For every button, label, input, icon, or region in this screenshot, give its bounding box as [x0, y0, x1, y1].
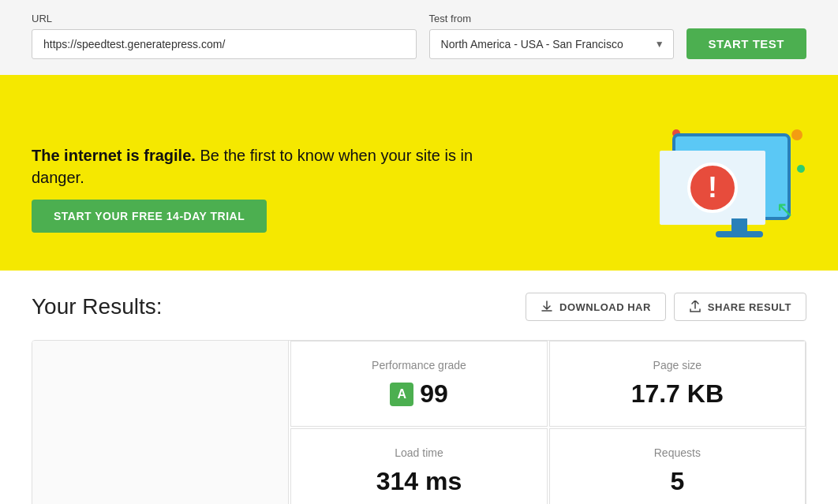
metric-value-performance: A 99	[390, 379, 448, 409]
test-from-label: Test from	[429, 13, 674, 24]
monitor-illustration: ! ↖	[649, 125, 806, 252]
trial-button[interactable]: START YOUR FREE 14-DAY TRIAL	[32, 200, 267, 233]
metric-value-requests: 5	[670, 467, 684, 496]
location-select[interactable]: North America - USA - San FranciscoNorth…	[429, 29, 674, 59]
results-section: Your Results: DOWNLOAD HAR SHARE RESULT …	[0, 271, 838, 504]
download-har-button[interactable]: DOWNLOAD HAR	[526, 293, 666, 321]
results-actions: DOWNLOAD HAR SHARE RESULT	[526, 293, 806, 321]
monitor-screen: !	[660, 151, 765, 225]
alert-icon: !	[687, 162, 738, 213]
results-grid: Performance grade A 99 Page size 17.7 KB…	[32, 340, 806, 504]
share-icon	[689, 301, 701, 313]
metric-cell-performance: Performance grade A 99	[290, 341, 547, 427]
results-title: Your Results:	[32, 294, 163, 319]
results-header: Your Results: DOWNLOAD HAR SHARE RESULT	[32, 293, 806, 321]
banner-section: The internet is fragile. Be the first to…	[0, 106, 838, 271]
location-select-wrapper: North America - USA - San FranciscoNorth…	[429, 29, 674, 59]
metric-label-load-time: Load time	[395, 446, 443, 459]
yellow-top-bar	[0, 75, 838, 106]
url-group: URL	[32, 13, 417, 59]
url-input[interactable]	[32, 29, 417, 59]
metric-label-page-size: Page size	[653, 359, 701, 371]
banner-text-area: The internet is fragile. Be the first to…	[32, 144, 489, 233]
metric-value-load-time: 314 ms	[376, 467, 462, 496]
download-icon	[541, 301, 553, 313]
grade-badge: A	[390, 383, 413, 406]
result-preview-cell	[32, 341, 289, 504]
metric-value-page-size: 17.7 KB	[631, 379, 724, 409]
share-result-button[interactable]: SHARE RESULT	[674, 293, 806, 321]
cursor-icon: ↖	[776, 196, 794, 222]
test-from-group: Test from North America - USA - San Fran…	[429, 13, 674, 59]
metric-cell-page-size: Page size 17.7 KB	[549, 341, 806, 427]
start-test-button[interactable]: START TEST	[686, 28, 806, 59]
download-har-label: DOWNLOAD HAR	[559, 301, 651, 313]
banner-headline: The internet is fragile. Be the first to…	[32, 144, 489, 189]
metric-cell-load-time: Load time 314 ms	[290, 428, 547, 504]
banner-headline-bold: The internet is fragile.	[32, 147, 196, 164]
metric-label-requests: Requests	[654, 446, 701, 459]
url-label: URL	[32, 13, 417, 24]
monitor-base	[716, 231, 763, 237]
metric-cell-requests: Requests 5	[549, 428, 806, 504]
performance-score: 99	[420, 379, 448, 409]
metric-label-performance: Performance grade	[372, 359, 466, 371]
deco-dot-green	[797, 165, 805, 173]
deco-dot-orange	[791, 129, 802, 140]
monitor-body: !	[672, 133, 791, 220]
header-section: URL Test from North America - USA - San …	[0, 0, 838, 75]
share-result-label: SHARE RESULT	[708, 301, 791, 313]
